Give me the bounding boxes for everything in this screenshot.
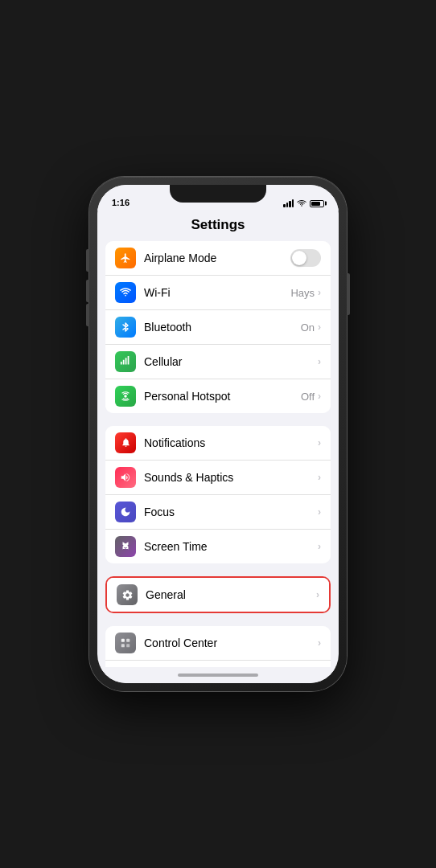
cellular-item[interactable]: Cellular › [105,345,331,379]
notifications-item[interactable]: Notifications › [105,426,331,461]
hotspot-label: Personal Hotspot [144,390,301,403]
airplane-mode-toggle[interactable] [290,249,321,267]
svg-rect-1 [121,639,125,642]
hotspot-icon [115,386,136,407]
cellular-icon [115,351,136,372]
screen-content[interactable]: Settings Airplane Mode [97,211,339,667]
sounds-item[interactable]: Sounds & Haptics › [105,461,331,495]
hotspot-item[interactable]: Personal Hotspot Off › [105,379,331,413]
general-label: General [146,588,316,601]
airplane-mode-item[interactable]: Airplane Mode [105,241,331,276]
display-brightness-item[interactable]: AA Display & Brightness › [105,661,331,667]
connectivity-group: Airplane Mode Wi-Fi [105,241,331,413]
bluetooth-item[interactable]: Bluetooth On › [105,310,331,345]
bluetooth-value: On [301,321,315,334]
wifi-icon [115,282,136,303]
wifi-chevron: › [318,287,321,298]
battery-icon [310,200,324,207]
phone-screen: 1:16 [97,185,339,683]
bluetooth-chevron: › [318,321,321,333]
hotspot-chevron: › [318,391,321,402]
wifi-item[interactable]: Wi-Fi Hays › [105,276,331,310]
bluetooth-icon [115,317,136,338]
screen-time-label: Screen Time [144,540,318,553]
notifications-group: Notifications › Sounds & Haptics › [105,426,331,563]
home-indicator [97,667,339,683]
sounds-icon [115,467,136,488]
signal-icon [283,199,294,207]
home-bar [178,674,258,677]
control-center-item[interactable]: Control Center › [105,626,331,661]
airplane-mode-label: Airplane Mode [144,252,290,264]
general-chevron: › [316,589,319,600]
cellular-label: Cellular [144,355,318,368]
svg-rect-3 [121,644,125,647]
page-title: Settings [191,217,245,232]
svg-rect-2 [126,639,130,642]
hotspot-value: Off [301,391,315,403]
control-center-chevron: › [318,637,321,649]
phone-frame: 1:16 [89,177,347,691]
general-highlighted-container: General › [105,576,331,613]
bluetooth-label: Bluetooth [144,321,301,334]
display-group: Control Center › AA Display & Brightness… [105,626,331,667]
screen-time-icon [115,536,136,557]
general-icon [117,584,138,605]
control-center-icon [115,633,136,653]
screen-time-chevron: › [318,541,321,552]
notifications-chevron: › [318,437,321,448]
general-item[interactable]: General › [107,578,329,612]
notifications-label: Notifications [144,436,318,449]
sounds-label: Sounds & Haptics [144,471,318,484]
focus-label: Focus [144,506,318,518]
status-icons [283,199,324,207]
airplane-mode-icon [115,248,136,268]
control-center-label: Control Center [144,637,318,649]
focus-icon [115,502,136,522]
focus-item[interactable]: Focus › [105,495,331,530]
screen-time-item[interactable]: Screen Time › [105,530,331,563]
notch [170,185,266,203]
wifi-label: Wi-Fi [144,286,290,299]
wifi-status-icon [297,199,306,207]
status-time: 1:16 [112,198,130,207]
page-header: Settings [97,211,339,241]
sounds-chevron: › [318,472,321,483]
notifications-icon [115,432,136,453]
svg-rect-4 [126,644,130,647]
cellular-chevron: › [318,356,321,367]
svg-point-0 [124,395,127,398]
wifi-value: Hays [290,287,315,299]
focus-chevron: › [318,506,321,518]
